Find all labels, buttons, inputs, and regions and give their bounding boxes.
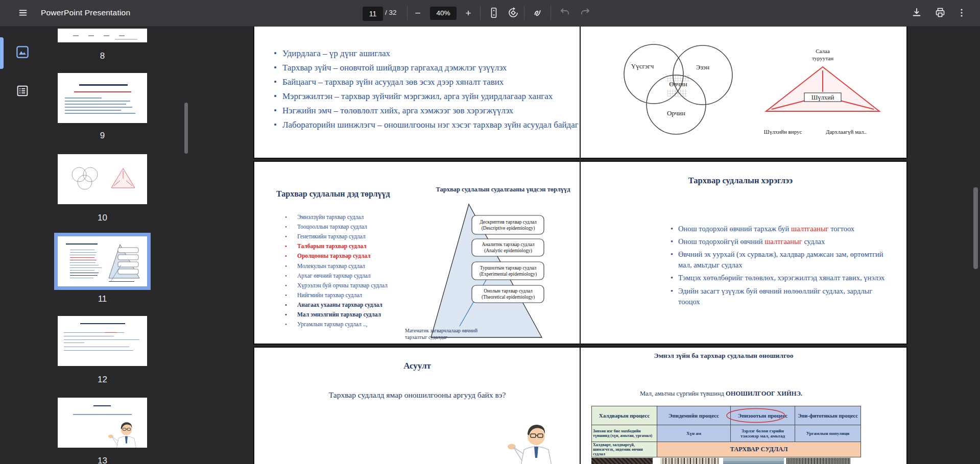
slide-title: Эмнэл зүйн ба тархвар судлалын оношилгоо [581, 352, 867, 360]
zoom-level[interactable]: 40% [430, 7, 457, 20]
kebab-menu-icon [956, 7, 967, 18]
list-item: Тэмцэх хөтөлбөрийг төлөвлөх, хэрэгжилтэд… [678, 273, 895, 283]
redo-button[interactable] [576, 4, 593, 21]
pyramid-box-3-line-1: Туршилтын тархвар судлал [480, 265, 537, 271]
zoom-in-button[interactable]: + [461, 5, 476, 20]
list-item: Лабораторийн шинжлэгч – оношилгооны нэг … [282, 120, 579, 130]
zoom-out-button[interactable]: − [410, 5, 425, 20]
list-item: Мэргэжилтэн – тархвар зүйчийг мэргэжил, … [282, 91, 553, 102]
print-button[interactable] [931, 4, 949, 21]
list-item: Өвчний эх уурхай (эх сурвалж), халдвар д… [678, 249, 895, 271]
pyramid-box-2-line-1: Аналитик тархвар судлал [482, 242, 535, 247]
list-item: Тархвар зүйч – оновчтой шийдвэр гаргахад… [282, 63, 507, 73]
rotate-button[interactable] [505, 4, 522, 21]
list-item: Онош тодорхойгүй өвчний шалтгааныг судла… [678, 236, 895, 247]
image-thumbnails-icon [15, 44, 30, 61]
table-cell: Хүн ам [657, 425, 731, 442]
toolbar: PowerPoint Presentation / 32 − 40% + [0, 0, 980, 27]
venn-label-agent: Үүсгэгч [631, 62, 654, 70]
slide-thumbnail-11-selected[interactable] [54, 233, 151, 290]
rotate-icon [507, 7, 519, 19]
table-header-cell: Эпи-фитотикын процесс [795, 406, 861, 425]
download-button[interactable] [908, 4, 925, 21]
slide-page-14: Эмнэл зүйн ба тархвар судлалын оношилгоо… [580, 347, 907, 464]
list-item: Онош тодорхой өвчний тархаж буй шалтгаан… [678, 224, 895, 234]
toolbar-divider [524, 6, 524, 20]
table-header-cell: Халдварын процесс [592, 406, 657, 425]
document-viewer: Удирдлага – үр дүнг ашиглах Тархвар зүйч… [190, 26, 980, 464]
list-item: Нэгжийн эмч – төлөвлөлт хийх, арга хэмжэ… [282, 106, 513, 116]
photo-strip-4 [786, 458, 850, 464]
table-cell: Зэрлэг болон гэрийн тэжээвэр мал, амьтад [731, 425, 795, 442]
venn-label-disease: Өвчин [669, 80, 687, 88]
venn-and-triangle-diagram: Үүсгэгч Эзэн Өвчин Орчин Салаа туруутан … [581, 26, 906, 158]
pyramid-title: Тархвар судлалын судалгааны үндсэн төрлү… [436, 186, 570, 193]
slide-page-10: Үүсгэгч Эзэн Өвчин Орчин Салаа туруутан … [580, 26, 907, 159]
pyramid-note-line-1: Математик загварчлалаар өвчний [405, 328, 478, 333]
slide-thumbnail-13[interactable] [58, 398, 147, 448]
menu-button[interactable] [14, 4, 32, 21]
lead-text: Мал, амьтны сүргийн түвшинд ОНОШИЛГООГ Х… [581, 390, 862, 398]
slide-page-12: Тархвар судлалын хэрэглээ Онош тодорхой … [580, 161, 907, 345]
slide-number-label: 8 [58, 51, 147, 61]
slide-title: Асуулт [254, 361, 580, 371]
slide-number-label: 11 [58, 294, 147, 304]
fit-page-icon [488, 7, 500, 19]
pyramid-box-3-line-2: (Experimental epidemiology) [480, 272, 537, 277]
plus-icon: + [465, 8, 471, 18]
pyramid-box-2-line-2: (Analytic epidemiology) [484, 248, 532, 254]
undo-button[interactable] [557, 4, 574, 21]
photo-strip-3 [723, 458, 784, 464]
table-header-cell: Эпидемийн процесс [657, 406, 731, 425]
slide-thumbnail-9[interactable] [58, 73, 147, 123]
sidebar-scrollbar-thumb[interactable] [184, 103, 188, 154]
more-options-button[interactable] [953, 4, 970, 21]
active-view-indicator [0, 37, 4, 69]
print-icon [934, 7, 946, 19]
sidebar: 8 9 10 [0, 26, 190, 464]
slide-thumbnail-8[interactable] [58, 29, 147, 42]
slide-number-label: 12 [58, 375, 147, 385]
document-title: PowerPoint Presentation [41, 8, 130, 17]
thumbnails-view-button[interactable] [14, 44, 31, 61]
list-item: Эдийн засагт үзүүлж буй өвчний нөлөөллий… [678, 286, 895, 307]
pyramid-box-1-line-2: (Descriptive epidemiology) [482, 226, 535, 231]
triangle-label-bottom-right: Дархлаагүй мал.. [826, 129, 867, 135]
undo-icon [559, 7, 571, 19]
pyramid-box-4-line-1: Онолын тархвар судлал [484, 288, 533, 294]
slide-number-label: 10 [58, 213, 147, 223]
triangle-label-bottom-left: Шүлхийн вирус [764, 129, 802, 135]
slide-thumbnail-12[interactable] [58, 316, 147, 366]
toolbar-divider [407, 6, 408, 20]
page-number-input[interactable] [363, 7, 383, 21]
slide-thumbnail-10[interactable] [58, 154, 147, 204]
table-merged-cell: ТАРХВАР СУДЛАЛ [657, 442, 861, 457]
table-cell: Халдварт, халдваргүй, шимэгчтэх, эндемик… [592, 442, 657, 457]
main-scrollbar-thumb[interactable] [973, 187, 978, 269]
table-cell: Ургамлын популяци [795, 425, 861, 442]
toolbar-divider [551, 6, 551, 20]
photo-strip-1 [591, 458, 653, 464]
hamburger-icon [17, 7, 29, 18]
doctor-illustration [505, 417, 561, 464]
outline-view-button[interactable] [14, 83, 31, 100]
pyramid-diagram: Тархвар судлалын судалгааны үндсэн төрлү… [254, 162, 580, 344]
download-icon [911, 7, 923, 19]
list-item: Удирдлага – үр дүнг ашиглах [282, 48, 390, 59]
redo-icon [579, 7, 591, 19]
pyramid-box-1-line-1: Дескриптив тархвар судлал [480, 219, 537, 225]
pdf-viewer-app: PowerPoint Presentation / 32 − 40% + [0, 0, 980, 464]
slide-number-label: 9 [58, 131, 147, 141]
photo-strip-2 [660, 458, 719, 464]
slide-title: Тархвар судлалын хэрэглээ [638, 176, 843, 186]
triangle-label-center: Шүлхий [811, 94, 834, 101]
red-ellipse-highlight [725, 407, 787, 424]
doctor-illustration-mini [106, 417, 142, 448]
annotate-button[interactable] [530, 4, 547, 21]
fit-page-button[interactable] [485, 4, 503, 21]
slide-number-label: 13 [58, 456, 147, 464]
page-count-label: / 32 [385, 9, 397, 16]
pyramid-box-4-line-2: (Theoretical epidemiology) [482, 295, 535, 300]
triangle-label-top-1: Салаа [816, 48, 830, 54]
outline-list-icon [15, 84, 30, 100]
